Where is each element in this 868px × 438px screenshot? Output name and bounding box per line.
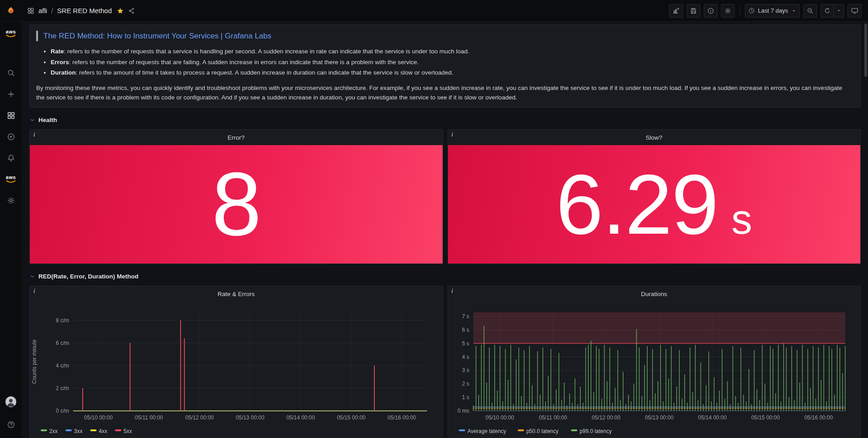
stat-panel-slow: i Slow? 6.29 s: [448, 129, 861, 264]
stat-value-area: 6.29 s: [448, 145, 861, 264]
bullet-term: Duration: [51, 69, 76, 76]
sidebar-item-aws[interactable]: aws: [3, 25, 19, 42]
doc-paragraph: By monitoring these three metrics, you c…: [36, 84, 852, 103]
add-panel-icon: [672, 7, 680, 14]
add-panel-button[interactable]: [669, 4, 683, 18]
sidebar-item-alerting[interactable]: [3, 150, 19, 166]
refresh-interval-button[interactable]: [834, 4, 844, 18]
time-range-label: Last 7 days: [758, 7, 788, 14]
caret-down-icon: [791, 8, 797, 14]
sidebar-item-create[interactable]: [3, 86, 19, 102]
red-method-article-link[interactable]: The RED Method: How to Instrument Your S…: [43, 32, 271, 41]
dashboards-grid-icon: [7, 111, 15, 120]
chart-panel-durations: i Durations 0 ms1 s2 s3 s4 s5 s6 s7 s05/…: [448, 286, 861, 438]
panel-header: i Durations: [448, 286, 861, 301]
share-icon[interactable]: [128, 7, 135, 14]
gear-icon: [724, 7, 731, 14]
save-icon: [690, 7, 697, 14]
svg-text:05/12 00:00: 05/12 00:00: [185, 414, 214, 421]
caret-down-icon: [836, 8, 841, 13]
svg-text:2xx: 2xx: [49, 428, 58, 434]
sidebar-item-configuration[interactable]: [3, 192, 19, 208]
toolbar-divider: [740, 6, 740, 16]
monitor-icon: [851, 7, 859, 14]
timeseries-plot-durations[interactable]: 0 ms1 s2 s3 s4 s5 s6 s7 s05/10 00:0005/1…: [448, 301, 861, 437]
chevron-down-icon: [29, 273, 35, 279]
doc-bullet-errors: Errors: refers to the number of requests…: [51, 58, 852, 67]
panel-header: i Error?: [30, 130, 443, 145]
left-sidebar: aws aws: [0, 22, 22, 438]
time-range-picker[interactable]: Last 7 days: [745, 4, 800, 18]
bullet-text: : refers to the amount of time it takes …: [76, 69, 453, 76]
aws-logo: aws: [6, 29, 16, 38]
dashboard-insights-button[interactable]: [704, 4, 717, 18]
svg-text:05/10 00:00: 05/10 00:00: [84, 414, 113, 421]
timeseries-plot-rate-errors[interactable]: 0 c/m2 c/m4 c/m6 c/m8 c/m05/10 00:0005/1…: [30, 301, 443, 437]
clock-icon: [748, 7, 755, 14]
scrollbar[interactable]: [864, 24, 867, 77]
panel-info-icon[interactable]: i: [33, 131, 35, 138]
bullet-text: : refers to the number of requests that …: [69, 59, 419, 66]
favorite-star-icon[interactable]: [117, 7, 124, 14]
svg-text:3 s: 3 s: [462, 367, 469, 373]
breadcrumb-app-link[interactable]: afli: [38, 7, 47, 14]
svg-text:05/13 00:00: 05/13 00:00: [236, 414, 265, 421]
svg-text:0 ms: 0 ms: [457, 408, 469, 414]
help-question-icon: [7, 420, 15, 429]
svg-text:05/12 00:00: 05/12 00:00: [592, 414, 621, 421]
svg-text:05/11 00:00: 05/11 00:00: [539, 414, 567, 421]
blockquote-bar: [36, 31, 38, 41]
bullet-term: Errors: [51, 59, 69, 66]
dashboard-canvas: The RED Method: How to Instrument Your S…: [22, 22, 868, 438]
zoom-out-icon: [807, 7, 814, 14]
sidebar-item-explore[interactable]: [3, 128, 19, 145]
section-header-health[interactable]: Health: [29, 114, 861, 126]
stat-value: 8: [212, 160, 260, 249]
red-panel-row: i Rate & Errors 0 c/m2 c/m4 c/m6 c/m8 c/…: [29, 286, 861, 438]
gear-icon: [7, 196, 15, 205]
sidebar-item-search[interactable]: [3, 65, 19, 81]
grafana-logo[interactable]: [0, 5, 22, 16]
dashboard-actions: Last 7 days: [669, 4, 868, 18]
svg-text:05/16 00:00: 05/16 00:00: [804, 414, 833, 421]
stat-unit: s: [731, 198, 752, 240]
plus-icon: [7, 90, 15, 99]
svg-text:Average latency: Average latency: [467, 428, 506, 434]
sidebar-item-help[interactable]: [3, 416, 19, 433]
sidebar-item-profile[interactable]: [3, 394, 19, 410]
save-dashboard-button[interactable]: [687, 4, 700, 18]
bell-icon: [7, 154, 15, 162]
breadcrumb-dashboard-title: SRE RED Method: [57, 7, 112, 14]
sidebar-item-aws-plugin[interactable]: aws: [3, 171, 19, 187]
svg-text:Counts per minute: Counts per minute: [31, 339, 38, 384]
apps-grid-icon[interactable]: [27, 7, 34, 14]
bullet-term: Rate: [51, 48, 64, 55]
panel-title[interactable]: Slow?: [646, 134, 662, 141]
section-title: Health: [38, 117, 57, 123]
panel-header: i Rate & Errors: [30, 286, 443, 301]
stat-panel-error: i Error? 8: [29, 129, 443, 264]
svg-text:3xx: 3xx: [74, 428, 83, 434]
refresh-button[interactable]: [821, 4, 834, 18]
sidebar-bottom: [3, 394, 19, 438]
section-header-red-method[interactable]: RED(Rate, Error, Duration) Method: [29, 270, 861, 282]
svg-text:4xx: 4xx: [99, 428, 108, 434]
aws-logo: aws: [6, 175, 16, 183]
dashboard-settings-button[interactable]: [721, 4, 735, 18]
stat-value-area: 8: [30, 145, 443, 264]
svg-text:0 c/m: 0 c/m: [56, 408, 69, 414]
breadcrumb-separator: /: [51, 7, 53, 14]
svg-text:05/13 00:00: 05/13 00:00: [645, 414, 674, 421]
panel-title[interactable]: Rate & Errors: [217, 291, 255, 297]
panel-info-icon[interactable]: i: [33, 287, 35, 295]
search-icon: [7, 69, 15, 77]
info-circle-icon: [707, 7, 714, 14]
panel-info-icon[interactable]: i: [452, 287, 453, 295]
panel-info-icon[interactable]: i: [452, 131, 453, 138]
svg-text:5 s: 5 s: [462, 340, 469, 347]
tv-mode-button[interactable]: [848, 4, 862, 18]
panel-title[interactable]: Error?: [227, 134, 245, 141]
zoom-out-time-button[interactable]: [803, 4, 817, 18]
panel-title[interactable]: Durations: [641, 291, 667, 297]
sidebar-item-dashboards[interactable]: [3, 107, 19, 123]
